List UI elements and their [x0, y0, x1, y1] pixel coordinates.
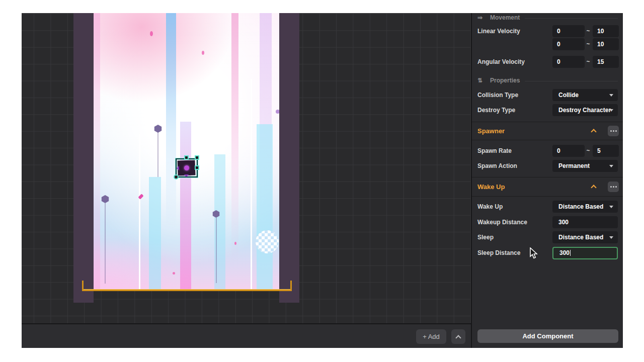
scene-bar	[180, 122, 191, 290]
level-bottom-boundary	[82, 281, 292, 291]
field-label: Wakeup Distance	[477, 216, 527, 228]
header-divider	[525, 18, 618, 19]
tilde-separator: ~	[585, 25, 592, 37]
text-caret	[570, 250, 571, 256]
component-options-button[interactable]	[608, 182, 619, 192]
row-spawn-action: Spawn Action Permanent	[472, 160, 623, 172]
section-header-movement: ⇒ Movement	[472, 14, 623, 22]
add-button[interactable]: + Add	[416, 329, 446, 344]
dotted-ball-object[interactable]	[256, 230, 279, 253]
hex-pin-object[interactable]	[101, 195, 109, 203]
section-title: Movement	[490, 14, 520, 21]
angular-velocity-max-input[interactable]: 15	[593, 56, 619, 68]
canvas-bottom-bar: + Add	[22, 323, 471, 348]
linear-velocity2-min-input[interactable]: 0	[552, 38, 585, 50]
field-label: Collision Type	[477, 89, 518, 101]
chevron-up-icon	[455, 335, 461, 340]
field-label: Linear Velocity	[477, 25, 520, 37]
object-arrow-left	[174, 166, 179, 171]
scene-bar	[149, 177, 161, 290]
row-wakeup-distance: Wakeup Distance 300	[472, 216, 623, 228]
component-title: Wake Up	[477, 182, 505, 192]
level-wall-left[interactable]	[73, 13, 94, 303]
game-scene[interactable]	[94, 13, 279, 290]
section-divider	[472, 177, 623, 177]
row-linear-velocity-2: 0 ~ 10	[472, 38, 623, 50]
scene-streak	[231, 13, 238, 264]
scene-light-line	[251, 79, 252, 290]
selection-handle[interactable]	[195, 155, 199, 160]
inspector-panel: ⇒ Movement Linear Velocity 0 ~ 10 0 ~ 10…	[471, 13, 623, 348]
destroy-type-dropdown[interactable]: Destroy Character	[552, 104, 618, 116]
particle	[173, 272, 175, 275]
spawner-object[interactable]	[177, 160, 195, 175]
editor-window: + Add ⇒ Movement Linear Velocity 0 ~ 10 …	[22, 13, 623, 348]
scene-streak	[166, 13, 176, 229]
spawn-rate-min-input[interactable]: 0	[552, 145, 585, 157]
scene-streak	[94, 13, 100, 290]
dropdown-value: Collide	[558, 92, 579, 99]
field-label: Wake Up	[477, 201, 503, 213]
scene-bar	[257, 124, 273, 290]
sleep-dropdown[interactable]: Distance Based	[552, 231, 618, 243]
component-header-spawner[interactable]: Spawner	[472, 126, 623, 136]
row-angular-velocity: Angular Velocity 0 ~ 15	[472, 56, 623, 68]
game-canvas[interactable]: + Add	[22, 13, 471, 348]
dropdown-value: Distance Based	[558, 203, 603, 210]
input-value: 300	[559, 249, 570, 256]
component-options-button[interactable]	[608, 126, 619, 136]
field-label: Destroy Type	[477, 104, 515, 116]
row-collision-type: Collision Type Collide	[472, 89, 623, 101]
chevron-down-icon	[609, 165, 613, 167]
pin-stem	[157, 132, 158, 177]
level-wall-right[interactable]	[279, 13, 299, 303]
wake-up-dropdown[interactable]: Distance Based	[552, 201, 618, 213]
hex-pin-object[interactable]	[154, 125, 162, 133]
pin-stem	[216, 218, 217, 283]
chevron-down-icon	[609, 94, 613, 97]
angular-velocity-min-input[interactable]: 0	[552, 56, 585, 68]
field-label: Sleep Distance	[477, 247, 520, 259]
spawn-rate-max-input[interactable]: 5	[593, 145, 619, 157]
section-divider	[472, 140, 623, 140]
tilde-separator: ~	[585, 145, 592, 157]
plus-icon: +	[423, 333, 427, 340]
section-divider	[472, 196, 623, 197]
linear-velocity-max-input[interactable]: 10	[593, 25, 619, 37]
linear-velocity2-max-input[interactable]: 10	[593, 38, 619, 50]
field-label: Spawn Action	[477, 160, 517, 172]
component-header-wake-up[interactable]: Wake Up	[472, 182, 623, 192]
particle	[234, 242, 236, 245]
sliders-icon: ⇅	[477, 77, 488, 84]
sleep-distance-input[interactable]: 300	[552, 247, 618, 259]
collision-type-dropdown[interactable]: Collide	[552, 89, 618, 101]
add-component-button[interactable]: Add Component	[477, 329, 618, 343]
object-arrow-down	[184, 174, 189, 179]
object-center-dot	[184, 165, 189, 170]
chevron-up-icon[interactable]	[591, 129, 596, 134]
dropdown-value: Destroy Character	[558, 107, 611, 114]
row-spawn-rate: Spawn Rate 0 ~ 5	[472, 145, 623, 157]
tilde-separator: ~	[585, 56, 592, 68]
particle	[276, 110, 279, 114]
linear-velocity-min-input[interactable]: 0	[552, 25, 585, 37]
chevron-up-icon[interactable]	[591, 185, 596, 190]
wakeup-distance-input[interactable]: 300	[552, 216, 618, 228]
section-title: Properties	[490, 77, 520, 84]
scene-light-line	[139, 134, 140, 290]
chevron-down-icon	[609, 206, 613, 208]
row-linear-velocity-1: Linear Velocity 0 ~ 10	[472, 25, 623, 37]
selected-object[interactable]	[176, 157, 200, 179]
field-label: Sleep	[477, 231, 494, 243]
dropdown-value: Permanent	[558, 162, 590, 169]
row-sleep: Sleep Distance Based	[472, 231, 623, 243]
chevron-down-icon	[609, 109, 613, 112]
collapse-panel-button[interactable]	[451, 329, 465, 344]
selection-handle[interactable]	[184, 155, 189, 160]
header-divider	[525, 81, 618, 81]
row-sleep-distance: Sleep Distance 300	[472, 247, 623, 259]
spawn-action-dropdown[interactable]: Permanent	[552, 160, 618, 172]
selection-handle[interactable]	[195, 165, 199, 170]
chevron-down-icon	[609, 236, 613, 239]
selection-rotate-handle[interactable]	[174, 174, 179, 179]
